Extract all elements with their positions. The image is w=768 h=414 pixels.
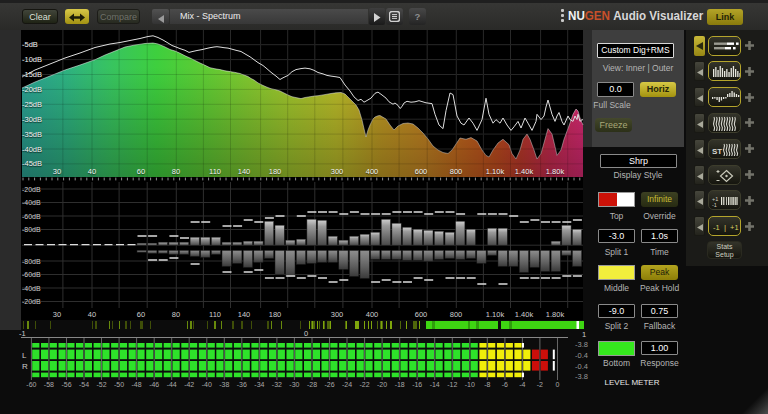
svg-text:300: 300 (331, 167, 344, 176)
svg-text:180: 180 (269, 310, 282, 319)
svg-text:-52: -52 (96, 381, 106, 388)
svg-text:300: 300 (331, 310, 344, 319)
svg-text:ST: ST (712, 146, 722, 155)
svg-text:-80dB: -80dB (22, 226, 41, 233)
svg-text:400: 400 (366, 310, 379, 319)
svg-text:30: 30 (53, 310, 61, 319)
svg-text:1.80k: 1.80k (546, 310, 565, 319)
svg-text:-34: -34 (254, 381, 264, 388)
svg-text:|: | (724, 223, 726, 232)
svg-text:+1: +1 (730, 223, 739, 232)
svg-text:-40dB: -40dB (22, 145, 42, 154)
svg-text:-60dB: -60dB (22, 213, 41, 220)
svg-text:-60: -60 (26, 381, 36, 388)
svg-text:-36: -36 (237, 381, 247, 388)
svg-text:-56: -56 (61, 381, 71, 388)
svg-text:-35dB: -35dB (22, 130, 42, 139)
svg-text:1.10k: 1.10k (486, 167, 505, 176)
svg-text:40: 40 (88, 167, 96, 176)
svg-text:-40: -40 (202, 381, 212, 388)
svg-text:-24: -24 (342, 381, 352, 388)
svg-text:-26: -26 (324, 381, 334, 388)
svg-text:-20dB: -20dB (22, 298, 41, 305)
svg-text:-1: -1 (712, 202, 717, 208)
svg-text:-28: -28 (307, 381, 317, 388)
svg-text:+1: +1 (712, 196, 718, 202)
svg-text:60: 60 (137, 167, 145, 176)
svg-text:-40dB: -40dB (22, 199, 41, 206)
svg-text:-25dB: -25dB (22, 100, 42, 109)
svg-text:140: 140 (238, 310, 251, 319)
svg-text:-0.4: -0.4 (575, 362, 588, 371)
svg-text:800: 800 (450, 167, 463, 176)
svg-text:110: 110 (209, 310, 221, 319)
svg-text:-4: -4 (519, 381, 525, 388)
svg-text:-3.8: -3.8 (575, 340, 588, 349)
svg-text:-20dB: -20dB (22, 85, 42, 94)
svg-text:-16: -16 (412, 381, 422, 388)
svg-text:80: 80 (172, 167, 180, 176)
svg-text:800: 800 (450, 310, 463, 319)
svg-text:60: 60 (137, 310, 145, 319)
svg-text:-60dB: -60dB (22, 271, 41, 278)
svg-text:0: 0 (556, 381, 560, 388)
svg-text:-30dB: -30dB (22, 115, 42, 124)
svg-text:-1: -1 (19, 329, 26, 338)
svg-text:400: 400 (366, 167, 379, 176)
svg-text:-80dB: -80dB (22, 258, 41, 265)
svg-text:-6: -6 (502, 381, 508, 388)
svg-text:1.40k: 1.40k (515, 167, 534, 176)
svg-text:-20dB: -20dB (22, 186, 41, 193)
svg-text:-58: -58 (44, 381, 54, 388)
svg-text:-3.8: -3.8 (575, 372, 588, 381)
svg-text:-15dB: -15dB (22, 70, 42, 79)
svg-text:80: 80 (172, 310, 180, 319)
svg-text:-12: -12 (447, 381, 457, 388)
svg-text:-2: -2 (537, 381, 543, 388)
svg-text:-20: -20 (377, 381, 387, 388)
svg-text:1: 1 (582, 330, 586, 339)
svg-text:140: 140 (238, 167, 251, 176)
svg-text:40: 40 (88, 310, 96, 319)
svg-text:-18: -18 (395, 381, 405, 388)
svg-text:-32: -32 (272, 381, 282, 388)
svg-text:180: 180 (269, 167, 282, 176)
svg-text:-54: -54 (79, 381, 89, 388)
svg-text:110: 110 (209, 167, 221, 176)
svg-text:L: L (22, 351, 27, 360)
svg-text:-1: -1 (713, 223, 720, 232)
svg-text:-8: -8 (484, 381, 490, 388)
svg-text:-30: -30 (289, 381, 299, 388)
svg-text:1.10k: 1.10k (486, 310, 505, 319)
svg-text:-10: -10 (465, 381, 475, 388)
svg-text:-42: -42 (184, 381, 194, 388)
svg-text:-44: -44 (167, 381, 177, 388)
svg-text:30: 30 (53, 167, 61, 176)
svg-text:-46: -46 (149, 381, 159, 388)
svg-text:-10dB: -10dB (22, 55, 42, 64)
svg-text:-45dB: -45dB (22, 159, 42, 168)
svg-text:-38: -38 (219, 381, 229, 388)
svg-text:1.80k: 1.80k (546, 167, 565, 176)
svg-text:1.40k: 1.40k (515, 310, 534, 319)
svg-text:-22: -22 (360, 381, 370, 388)
svg-text:0: 0 (304, 329, 308, 338)
svg-text:-48: -48 (132, 381, 142, 388)
svg-text:600: 600 (415, 167, 428, 176)
svg-text:-50: -50 (114, 381, 124, 388)
svg-text:R: R (22, 362, 28, 371)
svg-text:-0.4: -0.4 (575, 351, 588, 360)
svg-text:-5dB: -5dB (22, 40, 38, 49)
svg-text:-14: -14 (430, 381, 440, 388)
svg-text:600: 600 (415, 310, 428, 319)
svg-text:-40dB: -40dB (22, 285, 41, 292)
